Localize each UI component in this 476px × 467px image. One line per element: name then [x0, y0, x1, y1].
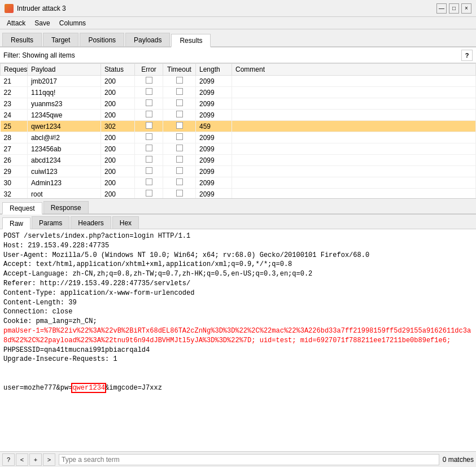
tab-positions[interactable]: Positions — [80, 33, 124, 46]
cell-timeout — [163, 166, 196, 177]
main-tabbar: Results Target Positions Payloads Result… — [0, 29, 476, 47]
table-row[interactable]: 26 abcd1234 200 2099 — [1, 155, 476, 166]
tab-request[interactable]: Request — [2, 202, 42, 215]
cell-comment — [232, 110, 476, 121]
results-table: Request Payload Status Error Timeout Len… — [0, 63, 476, 198]
tab-response[interactable]: Response — [43, 201, 89, 213]
cell-length: 459 — [196, 121, 232, 132]
cell-payload: 123456ab — [28, 143, 101, 155]
col-header-error: Error — [135, 64, 163, 76]
titlebar: Intruder attack 3 — □ × — [0, 0, 476, 17]
cell-timeout — [163, 121, 196, 132]
request-body: POST /servlets/index.php?action=login HT… — [0, 229, 476, 451]
window-controls[interactable]: — □ × — [436, 3, 471, 14]
next-button[interactable]: > — [43, 453, 55, 466]
help-button[interactable]: ? — [2, 453, 15, 466]
cell-payload: abcl@#!2 — [28, 132, 101, 143]
cell-request: 22 — [1, 87, 28, 98]
results-table-container: Request Payload Status Error Timeout Len… — [0, 63, 476, 199]
cell-comment — [232, 166, 476, 177]
table-row[interactable]: 24 12345qwe 200 2099 — [1, 110, 476, 121]
cell-status: 200 — [101, 177, 135, 189]
table-row[interactable]: 27 123456ab 200 2099 — [1, 143, 476, 155]
cell-error — [135, 189, 163, 199]
bottom-section: Request Response Raw Params Headers Hex … — [0, 199, 476, 467]
cell-timeout — [163, 98, 196, 110]
cell-payload: abcd1234 — [28, 155, 101, 166]
subtab-headers[interactable]: Headers — [71, 216, 111, 229]
cell-request: 32 — [1, 189, 28, 199]
table-row[interactable]: 23 yuanms23 200 2099 — [1, 98, 476, 110]
cell-timeout — [163, 177, 196, 189]
table-row[interactable]: 30 Admin123 200 2099 — [1, 177, 476, 189]
cell-comment — [232, 155, 476, 166]
filter-help-button[interactable]: ? — [461, 50, 473, 61]
close-button[interactable]: × — [461, 3, 471, 14]
cell-status: 200 — [101, 98, 135, 110]
table-row[interactable]: 32 root 200 2099 — [1, 189, 476, 199]
cell-error — [135, 143, 163, 155]
col-header-length: Length — [196, 64, 232, 76]
table-row[interactable]: 21 jmb2017 200 2099 — [1, 76, 476, 87]
cell-payload: yuanms23 — [28, 98, 101, 110]
cell-error — [135, 177, 163, 189]
menu-save[interactable]: Save — [30, 18, 54, 28]
subtab-raw[interactable]: Raw — [2, 217, 30, 230]
cell-payload: 111qqq! — [28, 87, 101, 98]
cell-length: 2099 — [196, 110, 232, 121]
bottom-toolbar: ? < + > 0 matches — [0, 451, 476, 467]
cell-length: 2099 — [196, 132, 232, 143]
filter-bar: Filter: Showing all items ? — [0, 47, 476, 63]
cell-timeout — [163, 155, 196, 166]
table-row[interactable]: 29 cuiwl123 200 2099 — [1, 166, 476, 177]
cell-payload: jmb2017 — [28, 76, 101, 87]
col-header-status: Status — [101, 64, 135, 76]
cell-status: 200 — [101, 189, 135, 199]
cell-error — [135, 76, 163, 87]
results-table-scroll[interactable]: Request Payload Status Error Timeout Len… — [0, 63, 476, 198]
add-button[interactable]: + — [29, 453, 42, 466]
tab-target[interactable]: Target — [43, 33, 78, 46]
search-input[interactable] — [59, 454, 439, 465]
cell-request: 30 — [1, 177, 28, 189]
menu-columns[interactable]: Columns — [55, 18, 90, 28]
sub-tabbar: Raw Params Headers Hex — [0, 215, 476, 229]
app-icon — [5, 4, 14, 13]
cell-payload: root — [28, 189, 101, 199]
cell-length: 2099 — [196, 155, 232, 166]
tab-payloads[interactable]: Payloads — [125, 33, 170, 46]
cell-status: 200 — [101, 143, 135, 155]
subtab-hex[interactable]: Hex — [112, 216, 139, 229]
cell-error — [135, 87, 163, 98]
cell-error — [135, 98, 163, 110]
cell-timeout — [163, 189, 196, 199]
cell-length: 2099 — [196, 189, 232, 199]
cell-error — [135, 166, 163, 177]
cell-status: 200 — [101, 76, 135, 87]
menu-attack[interactable]: Attack — [2, 18, 30, 28]
cell-length: 2099 — [196, 166, 232, 177]
minimize-button[interactable]: — — [436, 3, 447, 14]
table-row[interactable]: 22 111qqq! 200 2099 — [1, 87, 476, 98]
cell-comment — [232, 76, 476, 87]
tab-results[interactable]: Results — [2, 33, 42, 46]
cell-request: 24 — [1, 110, 28, 121]
cell-length: 2099 — [196, 98, 232, 110]
cell-request: 28 — [1, 132, 28, 143]
filter-text: Filter: Showing all items — [3, 51, 461, 59]
prev-button[interactable]: < — [16, 453, 28, 466]
table-row[interactable]: 28 abcl@#!2 200 2099 — [1, 132, 476, 143]
cell-timeout — [163, 110, 196, 121]
maximize-button[interactable]: □ — [449, 3, 459, 14]
tab-options[interactable]: Results — [171, 34, 211, 47]
subtab-params[interactable]: Params — [32, 216, 69, 229]
cell-status: 200 — [101, 132, 135, 143]
matches-label: 0 matches — [443, 456, 474, 464]
cell-comment — [232, 177, 476, 189]
cell-comment — [232, 132, 476, 143]
col-header-payload: Payload — [28, 64, 101, 76]
cell-timeout — [163, 143, 196, 155]
table-row[interactable]: 25 qwer1234 302 459 — [1, 121, 476, 132]
cell-length: 2099 — [196, 177, 232, 189]
cell-payload: Admin123 — [28, 177, 101, 189]
